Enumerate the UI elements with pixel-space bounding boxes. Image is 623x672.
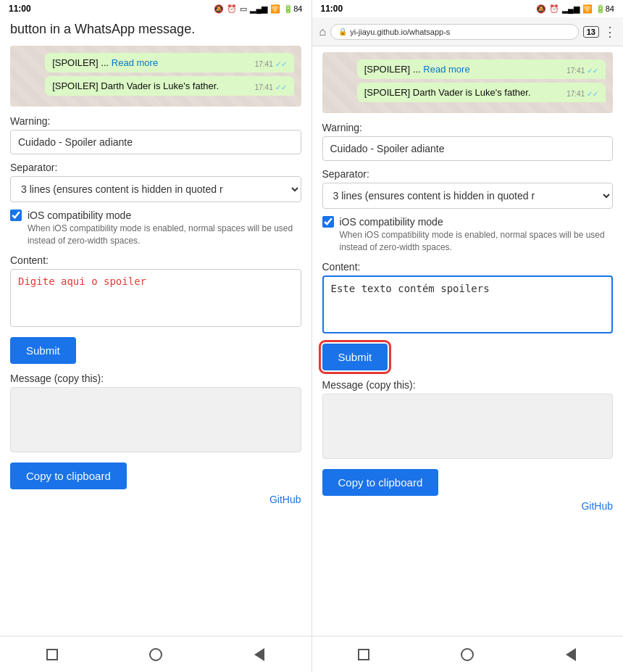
screenshot-icon: ▭ [240,4,247,14]
right-message-label: Message (copy this): [322,379,614,391]
right-ios-label: iOS compatibility mode [340,216,443,228]
left-ios-desc: When iOS compatibility mode is enabled, … [28,223,301,247]
wifi-icon-r: 🛜 [582,4,593,14]
left-status-bar: 11:00 🔕 ⏰ ▭ ▂▄▆ 🛜 🔋84 [0,0,312,17]
right-github-link[interactable]: GitHub [322,496,614,515]
back-icon-r [566,648,576,661]
right-ios-row: iOS compatibility mode [322,216,614,228]
address-text: yi-jiayu.github.io/whatsapp-s [350,28,450,36]
circle-icon [149,648,162,661]
battery-icon: 🔋84 [283,4,302,14]
left-warning-label: Warning: [10,115,301,127]
right-wa-bubble-1: [SPOILER] ... Read more 17:41 ✓✓ [357,59,606,79]
left-wa-bubble-1: [SPOILER] ... Read more 17:41 ✓✓ [45,53,293,72]
right-wa-bubble-2: [SPOILER] Darth Vader is Luke's father. … [357,83,606,102]
right-warning-input[interactable] [322,136,614,161]
left-nav-circle[interactable] [141,644,170,665]
left-content-textarea[interactable] [10,269,301,327]
back-icon [254,648,264,661]
tab-count-badge[interactable]: 13 [583,26,599,38]
left-separator-select[interactable]: 3 lines (ensures content is hidden in qu… [10,176,301,202]
right-separator-label: Separator: [322,168,614,180]
left-content-label: Content: [10,254,301,266]
left-whatsapp-preview: [SPOILER] ... Read more 17:41 ✓✓ [SPOILE… [10,46,301,107]
wifi-icon: 🛜 [270,4,280,14]
right-separator-select[interactable]: 3 lines (ensures content is hidden in qu… [322,183,614,209]
signal-icon: ▂▄▆ [250,4,267,14]
left-separator-label: Separator: [10,162,301,173]
square-icon-r [358,649,369,660]
mute-icon: 🔕 [214,4,224,14]
right-status-icons: 🔕 ⏰ ▂▄▆ 🛜 🔋84 [536,4,614,14]
right-ios-checkbox[interactable] [322,216,334,228]
left-clipboard-button[interactable]: Copy to clipboard [10,462,127,489]
right-status-bar: 11:00 🔕 ⏰ ▂▄▆ 🛜 🔋84 [312,0,624,17]
left-status-icons: 🔕 ⏰ ▭ ▂▄▆ 🛜 🔋84 [214,4,302,14]
right-nav-circle[interactable] [453,644,482,665]
right-nav-bar [312,636,624,672]
alarm-icon: ⏰ [227,4,237,14]
right-clipboard-button[interactable]: Copy to clipboard [322,469,439,496]
lock-icon: 🔒 [338,28,347,36]
right-browser-bar: ⌂ 🔒 yi-jiayu.github.io/whatsapp-s 13 ⋮ [312,17,624,46]
left-wa-bubble-2: [SPOILER] Darth Vader is Luke's father. … [45,76,293,96]
circle-icon-r [461,648,474,661]
right-submit-button[interactable]: Submit [322,344,388,370]
left-message-label: Message (copy this): [10,373,301,384]
browser-address-bar[interactable]: 🔒 yi-jiayu.github.io/whatsapp-s [330,24,579,40]
signal-icon-r: ▂▄▆ [562,4,580,14]
left-github-link[interactable]: GitHub [10,489,301,508]
left-message-output[interactable] [10,387,301,452]
right-nav-back[interactable] [556,644,585,665]
left-warning-input[interactable] [10,130,301,154]
right-nav-square[interactable] [349,644,378,665]
right-ios-desc: When iOS compatibility mode is enabled, … [340,229,614,254]
right-content-label: Content: [322,261,614,273]
alarm-icon-r: ⏰ [549,4,559,14]
left-nav-square[interactable] [38,644,67,665]
right-message-output[interactable] [322,394,614,459]
right-whatsapp-preview: [SPOILER] ... Read more 17:41 ✓✓ [SPOILE… [322,52,614,113]
home-browser-icon[interactable]: ⌂ [319,25,327,38]
left-time: 11:00 [9,4,31,14]
right-content-area: [SPOILER] ... Read more 17:41 ✓✓ [SPOILE… [312,46,624,636]
mute-icon-r: 🔕 [536,4,546,14]
left-nav-bar [0,636,312,672]
left-nav-back[interactable] [245,644,274,665]
left-ios-row: iOS compatibility mode [10,210,301,221]
right-content-textarea[interactable] [322,275,614,333]
more-menu-icon[interactable]: ⋮ [603,24,616,40]
right-time: 11:00 [321,4,343,14]
left-submit-button[interactable]: Submit [10,337,76,364]
right-warning-label: Warning: [322,122,614,133]
left-ios-label: iOS compatibility mode [28,210,131,221]
square-icon [46,649,58,660]
left-page-title: button in a WhatsApp message. [0,17,312,40]
left-ios-checkbox[interactable] [10,210,22,221]
battery-icon-r: 🔋84 [595,4,614,14]
left-content-area: [SPOILER] ... Read more 17:41 ✓✓ [SPOILE… [0,40,312,636]
